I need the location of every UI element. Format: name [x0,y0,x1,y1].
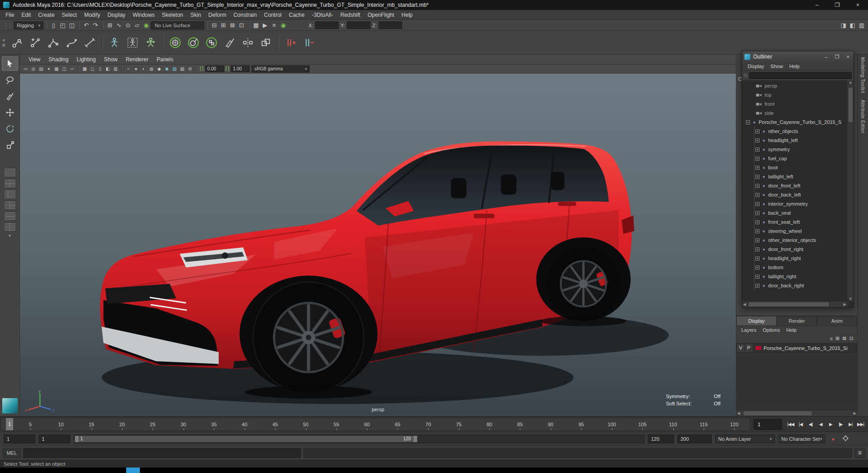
menu-item[interactable]: Display [104,12,129,18]
step-forward-frame-button[interactable]: ▶| [846,422,855,427]
menu-item[interactable]: Skeleton [158,12,187,18]
outliner-close-button[interactable]: × [843,54,853,60]
remove-influence-icon[interactable] [301,34,317,51]
select-camera-icon[interactable]: ▭ [22,65,30,73]
layout-two-pane-stacked-button[interactable] [4,212,16,221]
screen-space-ao-icon[interactable]: ◙ [163,65,171,73]
make-live-icon[interactable]: ◉ [142,21,151,30]
toggle-modeling-toolkit-icon[interactable]: ◨ [839,21,848,30]
tab-render[interactable]: Render [777,316,817,326]
menu-item[interactable]: Edit [18,12,35,18]
frame-tick[interactable]: 85 [505,418,535,430]
outliner-horizontal-scrollbar[interactable]: ◀ ▶ [742,301,847,307]
paint-skin-weights-icon[interactable] [222,34,238,51]
ipr-render-icon[interactable]: ▶ [261,21,270,30]
frame-tick[interactable]: 35 [199,418,229,430]
animation-preferences-icon[interactable] [841,435,850,443]
frame-tick[interactable]: 70 [413,418,443,430]
expand-icon[interactable]: + [755,229,760,233]
expand-icon[interactable]: + [755,256,760,261]
measure-distance-icon[interactable] [82,34,98,51]
undo-icon[interactable]: ↶ [82,21,91,30]
outliner-maximize-button[interactable]: ❐ [832,54,843,60]
outliner-item[interactable]: + * other_interior_objects [755,236,847,245]
outliner-item[interactable]: + * headlight_left [755,136,847,145]
snap-to-curve-icon[interactable]: ∿ [114,21,123,30]
outliner-item[interactable]: + * front_seat_left [755,217,847,227]
toolbox-footer-icon[interactable] [2,398,18,414]
current-time-marker[interactable]: 1 [6,418,13,430]
layer-options-icon[interactable]: ≡ [830,336,833,341]
z-coordinate-field[interactable] [379,21,402,29]
layer-color-swatch[interactable] [755,346,761,350]
move-tool-button[interactable] [2,105,18,120]
frame-tick[interactable]: 55 [321,418,351,430]
menu-item[interactable]: File [2,12,18,18]
go-to-end-button[interactable]: ▶▶| [856,422,865,427]
mirror-skin-weights-icon[interactable] [240,34,256,51]
select-tool-button[interactable] [2,56,18,71]
playback-range[interactable]: 1 120 [75,436,416,442]
render-view-icon[interactable]: ◉ [279,21,288,30]
selection-mask-hierarchy-icon[interactable]: ⊟ [210,21,219,30]
menu-item[interactable]: Control [261,12,286,18]
camera-attributes-icon[interactable]: ▤ [37,65,45,73]
playback-end-field[interactable]: 120 [648,434,674,443]
expand-icon[interactable]: + [755,247,760,251]
colorspace-dropdown[interactable]: sRGB gamma ▾ [252,65,310,73]
shelf-menu-icon[interactable]: ▾ [3,38,5,43]
gate-mask-icon[interactable]: ◧ [104,65,112,73]
outliner-item[interactable]: + * bottom [755,263,847,272]
collapse-icon[interactable]: − [746,120,750,124]
expand-icon[interactable]: + [755,284,760,288]
minimize-button[interactable]: – [807,0,827,10]
new-layer-from-selected-icon[interactable]: ⊠ [843,335,847,341]
frame-tick[interactable]: 90 [535,418,566,430]
scale-tool-button[interactable] [2,138,18,153]
outliner-item-root[interactable]: − * Porsche_Cayenne_Turbo_S_2015_S [742,118,847,127]
outliner-item[interactable]: + * steering_wheel [755,227,847,236]
exposure-icon[interactable]: ⌈⌉ [200,66,204,72]
frame-tick[interactable]: 25 [138,418,168,430]
menu-item[interactable]: Skin [187,12,205,18]
windows-taskbar[interactable] [0,468,868,473]
panel-menu-item[interactable]: Shading [44,56,73,63]
scroll-down-icon[interactable]: ▼ [849,297,853,301]
layout-more-icon[interactable]: ▾ [9,233,11,238]
add-influence-icon[interactable] [282,34,299,51]
render-current-frame-icon[interactable]: ▦ [252,21,261,30]
expand-icon[interactable]: + [755,184,760,188]
filter-icon[interactable]: ▽ [744,74,747,78]
outliner-menu-item[interactable]: Show [767,64,786,69]
frame-tick[interactable]: 5 [15,418,45,430]
frame-tick[interactable]: 80 [474,418,504,430]
snap-to-point-icon[interactable]: ⊙ [123,21,133,30]
display-layer-row[interactable]: V P Porsche_Cayenne_Turbo_S_2015_Si [736,343,857,353]
expand-icon[interactable]: + [755,138,760,143]
sidebar-vertical-tab[interactable]: Modeling Toolkit [860,57,865,94]
expand-icon[interactable]: + [755,148,760,152]
frame-tick[interactable]: 95 [566,418,597,430]
play-backwards-button[interactable]: ◀ [816,422,825,427]
frame-tick[interactable]: 110 [658,418,688,430]
scrollbar-thumb[interactable] [848,88,853,122]
frame-tick[interactable]: 15 [76,418,107,430]
outliner-vertical-scrollbar[interactable]: ▲ ▼ [847,80,853,301]
y-coordinate-field[interactable] [347,21,370,29]
range-end-handle[interactable] [414,436,417,442]
menu-item[interactable]: Modify [80,12,104,18]
viewport-3d-canvas[interactable]: y x z persp Symmetry: Off Soft Select: O… [20,74,736,416]
scrollbar-thumb[interactable] [749,302,829,306]
live-surface-field[interactable]: No Live Surface [151,21,204,30]
tab-display[interactable]: Display [736,316,777,326]
layer-list-icon[interactable]: ⊡ [849,335,853,341]
taskbar-item[interactable] [126,468,140,473]
expand-icon[interactable]: + [755,211,760,215]
auto-keyframe-icon[interactable]: ● [829,436,838,442]
layout-single-pane-button[interactable] [4,168,16,177]
menu-set-dropdown[interactable]: Rigging ▾ [14,21,44,30]
new-scene-icon[interactable]: ▯ [49,21,58,30]
multisampling-icon[interactable]: ▧ [178,65,186,73]
menu-item[interactable]: Redshift [337,12,364,18]
tab-anim[interactable]: Anim [817,316,857,326]
